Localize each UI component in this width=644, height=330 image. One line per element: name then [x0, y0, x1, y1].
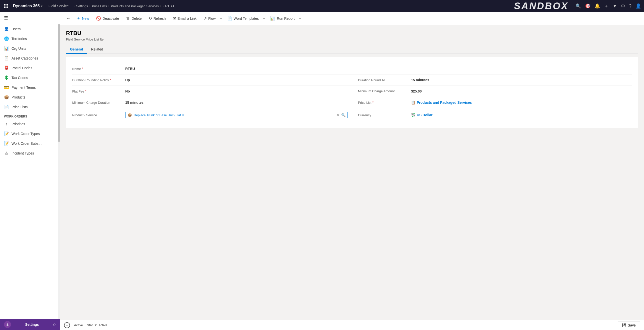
sidebar-label-payment-terms: Payment Terms	[12, 86, 36, 90]
save-button[interactable]: 💾 Save	[618, 322, 640, 329]
back-button[interactable]: ←	[64, 16, 72, 21]
sidebar-label-org-units: Org Units	[12, 46, 26, 50]
work-order-subst-icon: 📝	[4, 141, 9, 146]
word-templates-chevron-button[interactable]: ▾	[262, 15, 266, 22]
sidebar-item-products[interactable]: 📦 Products	[0, 92, 60, 102]
bell-icon[interactable]: 🔔	[594, 3, 600, 9]
sidebar-label-work-order-types: Work Order Types	[12, 132, 40, 136]
user-icon[interactable]: 👤	[636, 3, 641, 9]
flow-button[interactable]: ↗ Flow	[200, 14, 219, 22]
sidebar-item-org-units[interactable]: 📊 Org Units	[0, 44, 60, 53]
sidebar-label-products: Products	[12, 95, 25, 99]
email-link-button[interactable]: ✉ Email a Link	[170, 14, 200, 22]
search-icon[interactable]: 🔍	[576, 3, 581, 9]
flow-chevron-button[interactable]: ▾	[219, 15, 223, 22]
record-subtitle: Field Service Price List Item	[66, 38, 638, 41]
nav-icons: 🔍 🎯 🔔 ＋ ▼ ⚙ ? 👤	[576, 3, 641, 9]
app-chevron-icon: ∨	[41, 5, 42, 8]
row-duration-rounding: Duration Rounding Policy * Up Duration R…	[72, 74, 632, 86]
price-list-required-indicator: *	[372, 101, 374, 104]
name-label: Name *	[72, 67, 122, 71]
tax-codes-icon: 💲	[4, 75, 9, 80]
status-circle-icon[interactable]: ○	[64, 322, 70, 328]
currency-value[interactable]: 💱 US Dollar	[411, 113, 632, 117]
sidebar-label-price-lists: Price Lists	[12, 105, 28, 109]
run-report-button[interactable]: 📊 Run Report	[267, 14, 298, 22]
top-nav: Dynamics 365 ∨ Field Service › Settings …	[0, 0, 644, 12]
run-report-chevron-button[interactable]: ▾	[298, 15, 302, 22]
min-charge-amount-value: $25.00	[411, 89, 632, 93]
word-templates-button[interactable]: 📄 Word Templates	[224, 14, 262, 22]
name-required-indicator: *	[82, 67, 83, 70]
tab-general[interactable]: General	[66, 45, 87, 54]
breadcrumb-settings[interactable]: Settings	[76, 4, 88, 8]
hamburger-menu[interactable]: ☰	[4, 15, 8, 21]
product-service-lookup[interactable]: 📦 Replace Trunk or Base Unit (Flat H... …	[125, 112, 348, 118]
settings-icon[interactable]: ⚙	[621, 3, 625, 9]
sidebar-item-priorities[interactable]: ↕ Priorities	[0, 119, 60, 129]
duration-rounding-policy-value: Up	[125, 78, 348, 82]
sidebar-item-work-order-subst[interactable]: 📝 Work Order Subst...	[0, 138, 60, 148]
flat-fee-value: No	[125, 89, 348, 93]
min-charge-duration-cell: Minimum Charge Duration 15 minutes	[72, 97, 352, 108]
sidebar-item-territories[interactable]: 🌐 Territories	[0, 34, 60, 44]
price-list-link-icon: 📋	[411, 100, 415, 104]
sidebar: ☰ 👤 Users 🌐 Territories 📊 Org Units 📋 As…	[0, 12, 60, 330]
price-list-value[interactable]: 📋 Products and Packaged Services	[411, 100, 632, 104]
plus-icon[interactable]: ＋	[604, 3, 608, 9]
product-service-lookup-text: Replace Trunk or Base Unit (Flat H...	[134, 113, 334, 117]
users-icon: 👤	[4, 26, 9, 31]
min-charge-amount-label: Minimum Charge Amount	[358, 89, 408, 93]
sidebar-label-territories: Territories	[12, 37, 27, 41]
duration-rounding-policy-label: Duration Rounding Policy *	[72, 78, 122, 82]
app-name[interactable]: Dynamics 365 ∨	[13, 4, 42, 8]
new-button[interactable]: ＋ New	[74, 14, 92, 22]
breadcrumb: › Settings › Price Lists › Products and …	[74, 4, 174, 8]
status-value: Active	[98, 323, 107, 327]
product-service-clear-icon[interactable]: ✕	[336, 113, 339, 117]
delete-button[interactable]: 🗑 Delete	[123, 15, 144, 22]
sidebar-item-price-lists[interactable]: 📄 Price Lists	[0, 102, 60, 112]
sidebar-label-incident-types: Incident Types	[12, 151, 34, 155]
sidebar-settings-chevron-icon: ◇	[53, 322, 56, 326]
min-charge-amount-cell: Minimum Charge Amount $25.00	[352, 86, 632, 97]
deactivate-icon: 🚫	[96, 16, 101, 21]
sidebar-label-postal-codes: Postal Codes	[12, 66, 32, 70]
priorities-icon: ↕	[4, 122, 9, 126]
org-units-icon: 📊	[4, 46, 9, 51]
breadcrumb-pricelists[interactable]: Price Lists	[92, 4, 107, 8]
target-icon[interactable]: 🎯	[585, 3, 590, 9]
refresh-icon: ↻	[149, 16, 152, 21]
sidebar-settings-label: Settings	[25, 322, 39, 326]
duration-round-to-cell: Duration Round To 15 minutes	[352, 74, 632, 86]
sidebar-label-users: Users	[12, 27, 21, 31]
duration-round-to-label: Duration Round To	[358, 78, 408, 82]
filter-icon[interactable]: ▼	[612, 4, 617, 9]
sidebar-label-priorities: Priorities	[12, 122, 25, 126]
sidebar-scroll: 👤 Users 🌐 Territories 📊 Org Units 📋 Asse…	[0, 24, 60, 319]
sidebar-header: ☰	[0, 12, 60, 24]
help-icon[interactable]: ?	[629, 4, 632, 9]
sidebar-item-asset-categories[interactable]: 📋 Asset Categories	[0, 53, 60, 63]
breadcrumb-products[interactable]: Products and Packaged Services	[111, 4, 159, 8]
product-service-search-icon[interactable]: 🔍	[341, 113, 346, 117]
sidebar-item-work-order-types[interactable]: 📝 Work Order Types	[0, 129, 60, 138]
waffle-menu[interactable]	[3, 3, 9, 9]
product-service-cell: Product / Service 📦 Replace Trunk or Bas…	[72, 108, 352, 122]
deactivate-button[interactable]: 🚫 Deactivate	[93, 14, 122, 22]
sidebar-item-payment-terms[interactable]: 💳 Payment Terms	[0, 82, 60, 92]
asset-categories-icon: 📋	[4, 56, 9, 60]
new-icon: ＋	[76, 16, 80, 21]
flow-icon: ↗	[204, 16, 207, 21]
sidebar-item-postal-codes[interactable]: 📮 Postal Codes	[0, 63, 60, 73]
active-label: Active	[74, 323, 83, 327]
products-icon: 📦	[4, 95, 9, 100]
page-content: RTBU Field Service Price List Item Gener…	[60, 25, 644, 320]
sidebar-settings-button[interactable]: S Settings ◇	[0, 319, 60, 330]
tab-related[interactable]: Related	[87, 45, 107, 54]
duration-rounding-policy-cell: Duration Rounding Policy * Up	[72, 74, 352, 86]
sidebar-item-tax-codes[interactable]: 💲 Tax Codes	[0, 73, 60, 82]
sidebar-item-users[interactable]: 👤 Users	[0, 24, 60, 34]
sidebar-item-incident-types[interactable]: ⚠ Incident Types	[0, 148, 60, 158]
refresh-button[interactable]: ↻ Refresh	[146, 14, 169, 22]
